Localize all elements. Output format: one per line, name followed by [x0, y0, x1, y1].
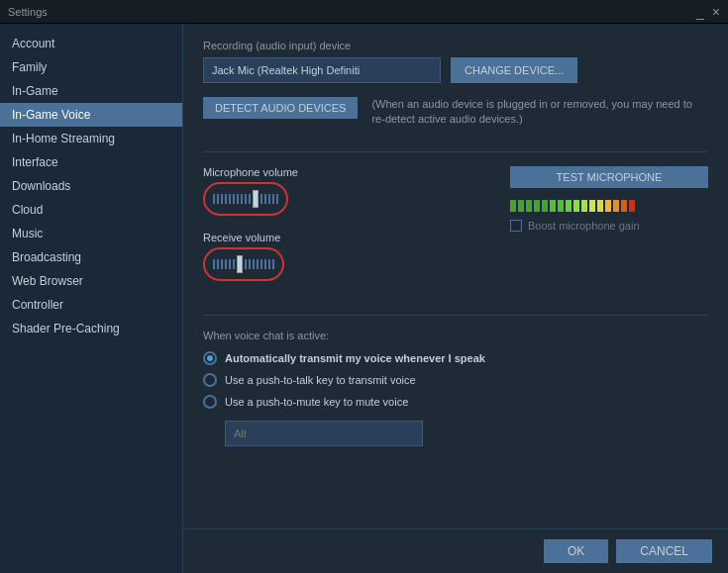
receive-slider-track[interactable]: [213, 255, 274, 273]
tick: [249, 194, 251, 204]
level-seg-red: [629, 200, 635, 212]
boost-checkbox[interactable]: [510, 220, 522, 232]
tick: [272, 194, 274, 204]
boost-label: Boost microphone gain: [528, 220, 640, 232]
tick: [253, 259, 255, 269]
radio-push-to-mute[interactable]: [203, 395, 217, 409]
radio-label-push-talk: Use a push-to-talk key to transmit voice: [225, 374, 416, 386]
tick: [221, 194, 223, 204]
mic-volume-oval: [203, 182, 288, 216]
boost-row: Boost microphone gain: [510, 220, 708, 232]
tick: [264, 194, 266, 204]
tick: [260, 259, 262, 269]
mic-volume-container: Microphone volume: [203, 166, 490, 216]
radio-group: Automatically transmit my voice whenever…: [203, 351, 708, 409]
level-seg-yellow-green: [581, 200, 587, 212]
sidebar-item-family[interactable]: Family: [0, 55, 182, 79]
level-seg-green: [550, 200, 556, 212]
sidebar-item-in-game[interactable]: In-Game: [0, 79, 182, 103]
cancel-button[interactable]: CANCEL: [616, 539, 712, 563]
mic-level-bar: [510, 196, 708, 212]
sidebar-item-cloud[interactable]: Cloud: [0, 198, 182, 222]
main-layout: AccountFamilyIn-GameIn-Game VoiceIn-Home…: [0, 24, 728, 573]
tick: [249, 259, 251, 269]
tick: [245, 194, 247, 204]
tick: [245, 259, 247, 269]
window-title: Settings: [8, 6, 48, 18]
ok-button[interactable]: OK: [544, 539, 608, 563]
mic-slider-thumb[interactable]: [253, 190, 259, 208]
level-seg-orange: [613, 200, 619, 212]
tick: [229, 194, 231, 204]
level-seg-red: [621, 200, 627, 212]
sidebar-item-in-game-voice[interactable]: In-Game Voice: [0, 103, 182, 127]
minimize-button[interactable]: _: [696, 5, 704, 19]
tick: [213, 259, 215, 269]
radio-auto-transmit[interactable]: [203, 351, 217, 365]
mic-slider-track[interactable]: [213, 190, 278, 208]
sidebar-item-web-browser[interactable]: Web Browser: [0, 269, 182, 293]
receive-volume-container: Receive volume: [203, 232, 490, 281]
detect-row: DETECT AUDIO DEVICES (When an audio devi…: [203, 97, 708, 128]
sidebar-item-controller[interactable]: Controller: [0, 293, 182, 317]
radio-push-to-talk[interactable]: [203, 373, 217, 387]
level-seg-green: [542, 200, 548, 212]
tick: [233, 259, 235, 269]
level-seg-green: [526, 200, 532, 212]
tick: [260, 194, 262, 204]
close-button[interactable]: ×: [712, 5, 720, 19]
sliders-col: Microphone volume: [203, 166, 490, 297]
sidebar-item-shader-pre-caching[interactable]: Shader Pre-Caching: [0, 317, 182, 340]
sidebar-item-in-home-streaming[interactable]: In-Home Streaming: [0, 127, 182, 150]
sidebar-item-account[interactable]: Account: [0, 32, 182, 55]
divider2: [203, 315, 708, 316]
sidebar: AccountFamilyIn-GameIn-Game VoiceIn-Home…: [0, 24, 183, 573]
voice-section-label: When voice chat is active:: [203, 330, 708, 341]
tick: [241, 194, 243, 204]
level-seg-green: [510, 200, 516, 212]
level-seg-green: [518, 200, 524, 212]
receive-slider-thumb[interactable]: [237, 255, 243, 273]
sidebar-item-music[interactable]: Music: [0, 222, 182, 245]
level-seg-green: [566, 200, 572, 212]
receive-volume-label: Receive volume: [203, 232, 490, 243]
radio-row-push-mute: Use a push-to-mute key to mute voice: [203, 395, 708, 409]
detect-audio-button[interactable]: DETECT AUDIO DEVICES: [203, 97, 358, 119]
titlebar: Settings _ ×: [0, 0, 728, 24]
window-controls: _ ×: [696, 5, 720, 19]
device-row: CHANGE DEVICE...: [203, 57, 708, 83]
sidebar-item-downloads[interactable]: Downloads: [0, 174, 182, 198]
tick: [237, 194, 239, 204]
radio-label-push-mute: Use a push-to-mute key to mute voice: [225, 396, 408, 408]
detect-note: (When an audio device is plugged in or r…: [371, 97, 708, 128]
receive-volume-oval: [203, 247, 284, 281]
tick: [276, 194, 278, 204]
tick: [233, 194, 235, 204]
level-seg-yellow: [589, 200, 595, 212]
level-seg-yellow: [597, 200, 603, 212]
recording-label: Recording (audio input) device: [203, 40, 708, 51]
tick: [217, 259, 219, 269]
change-device-button[interactable]: CHANGE DEVICE...: [451, 57, 577, 83]
test-microphone-button[interactable]: TEST MICROPHONE: [510, 166, 708, 188]
sidebar-item-interface[interactable]: Interface: [0, 150, 182, 174]
content-area: Recording (audio input) device CHANGE DE…: [183, 24, 728, 573]
tick: [213, 194, 215, 204]
divider: [203, 151, 708, 152]
test-col: TEST MICROPHONE: [510, 166, 708, 297]
radio-inner: [207, 355, 213, 361]
key-input[interactable]: [225, 421, 423, 446]
level-seg-yellow-green: [573, 200, 579, 212]
mic-volume-label: Microphone volume: [203, 166, 490, 178]
tick: [272, 259, 274, 269]
radio-row-push-talk: Use a push-to-talk key to transmit voice: [203, 373, 708, 387]
radio-row-auto: Automatically transmit my voice whenever…: [203, 351, 708, 365]
device-input[interactable]: [203, 57, 441, 83]
volume-test-row: Microphone volume: [203, 166, 708, 297]
footer: OK CANCEL: [183, 528, 728, 573]
tick: [217, 194, 219, 204]
level-seg-green: [558, 200, 564, 212]
level-seg-green: [534, 200, 540, 212]
sidebar-item-broadcasting[interactable]: Broadcasting: [0, 245, 182, 269]
tick: [229, 259, 231, 269]
